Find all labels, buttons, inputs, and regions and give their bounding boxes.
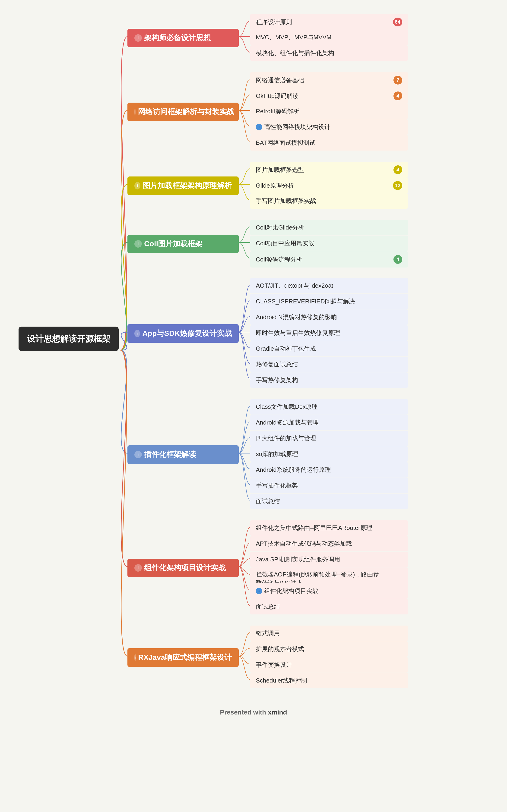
topic-label-component: 组件化架构项目设计实战 (144, 563, 226, 573)
leaf-text-coil-2: Coil源码流程分析 (256, 255, 302, 263)
leaf-tupian-2: 手写图片加载框架实战 (250, 193, 408, 209)
leaf-text-rxjava-3: Scheduler线程控制 (256, 677, 307, 685)
leaf-rxjava-2: 事件变换设计 (250, 657, 408, 673)
leaf-tupian-0: 图片加载框架选型4 (250, 162, 408, 178)
topic-wangluo: i网络访问框架解析与封装实战 (127, 103, 239, 121)
leaf-text-hotfix-5: 热修复面试总结 (256, 360, 298, 369)
topic-icon-rxjava: i (134, 654, 136, 661)
leaf-text-wangluo-1: OkHttp源码解读 (256, 92, 299, 100)
leaf-plugin-6: 面试总结 (250, 494, 408, 509)
leaf-coil-2: Coil源码流程分析4 (250, 251, 408, 267)
leaf-text-plugin-1: Android资源加载与管理 (256, 419, 319, 427)
topic-hotfix: iApp与SDK热修复设计实战 (127, 324, 239, 343)
topic-icon-hotfix: i (134, 330, 140, 337)
leaf-text-coil-0: Coil对比Glide分析 (256, 224, 304, 232)
topic-icon-component: i (134, 564, 142, 572)
leaf-rxjava-3: Scheduler线程控制 (250, 673, 408, 688)
leaf-plugin-5: 手写插件化框架 (250, 478, 408, 493)
leaf-text-plugin-0: Class文件加载Dex原理 (256, 403, 318, 411)
leaf-coil-1: Coil项目中应用篇实战 (250, 236, 408, 251)
leaf-rxjava-0: 链式调用 (250, 626, 408, 641)
topic-label-rxjava: RXJava响应式编程框架设计 (138, 652, 232, 663)
topic-label-wangluo: 网络访问框架解析与封装实战 (138, 107, 234, 117)
leaf-badge-jiagou-0: 64 (393, 18, 402, 26)
leaf-text-wangluo-0: 网络通信必备基础 (256, 76, 304, 84)
topic-jiagou: i架构师必备设计思想 (127, 29, 239, 47)
topic-icon-coil: i (134, 240, 142, 248)
leaf-component-4: +组件化架构项目实战 (250, 583, 408, 599)
leaf-hotfix-5: 热修复面试总结 (250, 357, 408, 372)
leaf-text-plugin-6: 面试总结 (256, 497, 280, 505)
special-icon-wangluo-3: + (256, 124, 262, 130)
leaf-text-wangluo-3: 高性能网络模块架构设计 (264, 123, 330, 131)
leaf-hotfix-1: CLASS_ISPREVERIFIED问题与解决 (250, 294, 408, 309)
leaf-wangluo-4: BAT网络面试模拟测试 (250, 135, 408, 150)
leaf-text-tupian-1: Glide原理分析 (256, 182, 294, 190)
topic-label-tupian: 图片加载框架架构原理解析 (143, 181, 232, 191)
leaf-badge-tupian-0: 4 (393, 165, 402, 174)
leaf-plugin-1: Android资源加载与管理 (250, 415, 408, 430)
mind-map-container: 设计思想解读开源框架 i架构师必备设计思想程序设计原则64MVC、MVP、MVP… (0, 0, 507, 727)
topic-icon-jiagou: i (134, 34, 142, 42)
leaf-text-plugin-4: Android系统服务的运行原理 (256, 466, 331, 474)
leaf-wangluo-2: Retrofit源码解析 (250, 104, 408, 119)
leaf-text-hotfix-2: Android N混编对热修复的影响 (256, 313, 337, 321)
branches-container: i架构师必备设计思想程序设计原则64MVC、MVP、MVP与MVVM模块化、组件… (0, 0, 507, 727)
leaf-text-hotfix-1: CLASS_ISPREVERIFIED问题与解决 (256, 297, 355, 306)
topic-icon-wangluo: i (134, 108, 135, 116)
leaf-hotfix-6: 手写热修复架构 (250, 372, 408, 388)
leaf-wangluo-0: 网络通信必备基础7 (250, 72, 408, 88)
footer-brand: xmind (268, 709, 287, 716)
leaf-text-jiagou-1: MVC、MVP、MVP与MVVM (256, 34, 331, 42)
leaf-hotfix-2: Android N混编对热修复的影响 (250, 309, 408, 325)
leaf-text-component-1: APT技术自动生成代码与动态类加载 (256, 540, 352, 548)
leaf-hotfix-3: 即时生效与重启生效热修复原理 (250, 325, 408, 341)
leaf-coil-0: Coil对比Glide分析 (250, 220, 408, 235)
topic-label-hotfix: App与SDK热修复设计实战 (142, 328, 232, 338)
leaf-jiagou-1: MVC、MVP、MVP与MVVM (250, 29, 408, 45)
leaf-text-wangluo-2: Retrofit源码解析 (256, 107, 299, 115)
special-icon-component-4: + (256, 588, 262, 594)
topic-component: i组件化架构项目设计实战 (127, 559, 239, 577)
leaf-text-hotfix-4: Gradle自动补丁包生成 (256, 345, 316, 353)
leaf-tupian-1: Glide原理分析12 (250, 177, 408, 194)
leaf-text-component-5: 面试总结 (256, 603, 280, 611)
footer-prefix: Presented with (220, 709, 268, 716)
leaf-text-coil-1: Coil项目中应用篇实战 (256, 239, 315, 247)
leaf-plugin-2: 四大组件的加载与管理 (250, 431, 408, 446)
leaf-text-rxjava-0: 链式调用 (256, 629, 280, 637)
leaf-text-jiagou-0: 程序设计原则 (256, 18, 292, 26)
leaf-badge-wangluo-1: 4 (393, 91, 402, 100)
leaf-text-tupian-0: 图片加载框架选型 (256, 166, 304, 174)
leaf-text-hotfix-3: 即时生效与重启生效热修复原理 (256, 329, 340, 337)
leaf-text-tupian-2: 手写图片加载框架实战 (256, 197, 316, 205)
topic-tupian: i图片加载框架架构原理解析 (127, 177, 239, 195)
topic-label-jiagou: 架构师必备设计思想 (144, 33, 211, 43)
leaf-jiagou-2: 模块化、组件化与插件化架构 (250, 45, 408, 61)
leaf-plugin-0: Class文件加载Dex原理 (250, 399, 408, 415)
leaf-component-0: 组件化之集中式路由--阿里巴巴ARouter原理 (250, 520, 408, 536)
leaf-plugin-3: so库的加载原理 (250, 446, 408, 462)
leaf-badge-tupian-1: 12 (393, 181, 402, 190)
leaf-badge-coil-2: 4 (393, 255, 402, 264)
leaf-hotfix-0: AOT/JIT、dexopt 与 dex2oat (250, 278, 408, 294)
leaf-rxjava-1: 扩展的观察者模式 (250, 641, 408, 657)
leaf-text-component-2: Java SPI机制实现组件服务调用 (256, 555, 340, 563)
leaf-component-2: Java SPI机制实现组件服务调用 (250, 552, 408, 567)
leaf-jiagou-0: 程序设计原则64 (250, 14, 408, 30)
leaf-text-rxjava-1: 扩展的观察者模式 (256, 645, 304, 653)
leaf-text-jiagou-2: 模块化、组件化与插件化架构 (256, 49, 334, 57)
topic-rxjava: iRXJava响应式编程框架设计 (127, 648, 239, 667)
leaf-text-plugin-5: 手写插件化框架 (256, 482, 298, 490)
leaf-wangluo-3: +高性能网络模块架构设计 (250, 119, 408, 135)
leaf-text-component-0: 组件化之集中式路由--阿里巴巴ARouter原理 (256, 524, 373, 532)
leaf-text-hotfix-0: AOT/JIT、dexopt 与 dex2oat (256, 282, 333, 290)
leaf-component-5: 面试总结 (250, 599, 408, 614)
leaf-badge-wangluo-0: 7 (393, 76, 402, 84)
central-label: 设计思想解读开源框架 (27, 334, 110, 343)
leaf-text-plugin-3: so库的加载原理 (256, 450, 298, 458)
topic-plugin: i插件化框架解读 (127, 445, 239, 464)
leaf-wangluo-1: OkHttp源码解读4 (250, 88, 408, 104)
topic-icon-tupian: i (134, 182, 140, 189)
topic-label-plugin: 插件化框架解读 (144, 449, 196, 460)
